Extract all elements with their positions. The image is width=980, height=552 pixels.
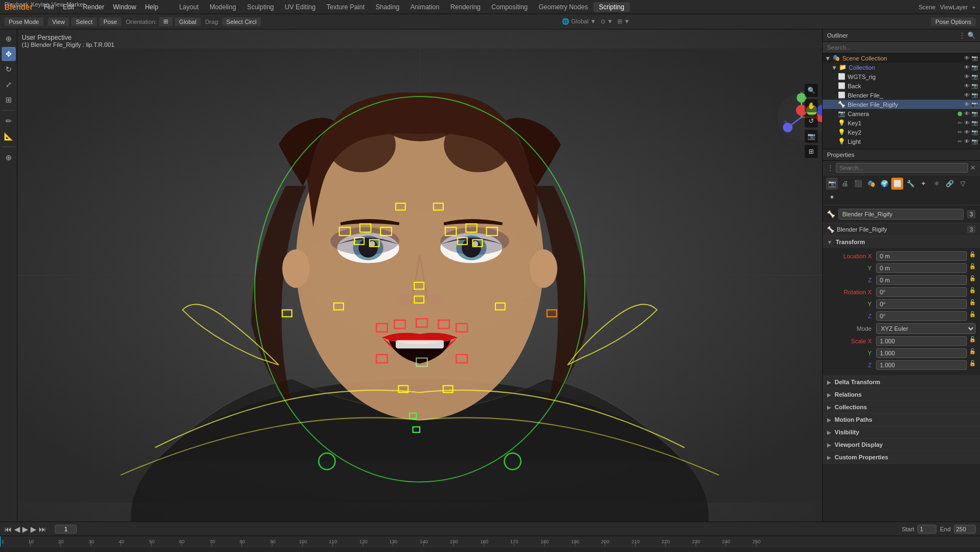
jump-to-start-btn[interactable]: ⏮ [4, 525, 12, 533]
physics-props-icon[interactable]: ⚛ [930, 178, 942, 190]
mode-selector[interactable]: Pose Mode [4, 17, 44, 26]
key1-eye[interactable]: 👁 [964, 120, 970, 126]
outliner-item-wgts[interactable]: ⬜ WGTS_rig 👁 📷 [823, 72, 980, 81]
viewport-display-header[interactable]: ▶ Viewport Display [823, 439, 980, 451]
outliner-search-input[interactable] [823, 42, 980, 53]
output-props-icon[interactable]: 🖨 [839, 178, 851, 190]
location-x-input[interactable]: 0 m [876, 251, 967, 261]
end-frame-input[interactable]: 250 [954, 525, 976, 533]
jump-to-end-btn[interactable]: ⏭ [39, 525, 46, 533]
cursor-tool[interactable]: ⊕ [2, 32, 16, 46]
material-props-icon[interactable]: ● [826, 191, 838, 203]
object-props-icon[interactable]: ⬜ [891, 178, 903, 190]
motion-paths-header[interactable]: ▶ Motion Paths [823, 414, 980, 426]
rigify-render[interactable]: 📷 [971, 101, 978, 107]
pose-menu[interactable]: Pose [99, 17, 121, 26]
orbit-icon[interactable]: ↺ [805, 114, 818, 128]
play-btn[interactable]: ▶ [22, 525, 28, 533]
visibility-header[interactable]: ▶ Visibility [823, 426, 980, 438]
outliner-collection[interactable]: ▼ 📁 Collection 👁 📷 [823, 63, 980, 72]
wgts-eye[interactable]: 👁 [964, 74, 970, 80]
collection-eye[interactable]: 👁 [964, 64, 970, 70]
scale-y-input[interactable]: 1.000 [876, 348, 967, 358]
location-x-lock[interactable]: 🔓 [969, 251, 976, 261]
render-props-icon[interactable]: 📷 [826, 178, 838, 190]
camera-icon-btn[interactable]: 📷 [805, 130, 818, 143]
light-render[interactable]: 📷 [971, 138, 978, 144]
delta-transform-header[interactable]: ▶ Delta Transform [823, 376, 980, 388]
key2-render[interactable]: 📷 [971, 129, 978, 135]
outliner-filter-icon[interactable]: ⋮ [959, 32, 965, 39]
constraints-props-icon[interactable]: 🔗 [944, 178, 955, 190]
blender-file-render[interactable]: 📷 [971, 92, 978, 98]
modifier-props-icon[interactable]: 🔧 [904, 178, 916, 190]
custom-properties-header[interactable]: ▶ Custom Properties [823, 451, 980, 463]
current-frame-input[interactable]: 1 [55, 525, 77, 533]
world-props-icon[interactable]: 🌍 [878, 178, 890, 190]
props-filter-icon[interactable]: ⋮ [827, 164, 834, 172]
jump-forward-btn[interactable]: ▶ [30, 525, 36, 533]
outliner-item-camera[interactable]: 📷 Camera 👁 📷 [823, 109, 980, 118]
scene-props-icon[interactable]: 🎭 [865, 178, 877, 190]
zoom-icon[interactable]: 🔍 [805, 84, 818, 97]
location-z-input[interactable]: 0 m [876, 275, 967, 285]
outliner-item-key2[interactable]: 💡 Key2 ✏ 👁 📷 [823, 128, 980, 137]
tab-layout[interactable]: Layout [174, 2, 204, 12]
keyframe-area[interactable] [0, 547, 980, 552]
tab-texture-paint[interactable]: Texture Paint [321, 2, 370, 12]
pan-icon[interactable]: ✋ [805, 99, 818, 112]
jump-back-btn[interactable]: ◀ [14, 525, 20, 533]
location-y-lock[interactable]: 🔓 [969, 263, 976, 273]
outliner-item-back[interactable]: ⬜ Back 👁 📷 [823, 81, 980, 90]
start-frame-input[interactable]: 1 [917, 525, 936, 533]
tl-keying-menu[interactable]: Keying [31, 1, 50, 8]
camera-eye[interactable]: 👁 [964, 111, 970, 117]
view-layer-props-icon[interactable]: ⬛ [852, 178, 864, 190]
data-props-icon[interactable]: ▽ [957, 178, 969, 190]
light-eye[interactable]: 👁 [964, 138, 970, 144]
outliner-item-light[interactable]: 💡 Light ✏ 👁 📷 [823, 137, 980, 146]
key2-eye[interactable]: 👁 [964, 129, 970, 135]
annotate-tool[interactable]: ✏ [2, 114, 16, 128]
pose-options-btn[interactable]: Pose Options [931, 17, 976, 26]
tab-compositing[interactable]: Compositing [486, 2, 534, 12]
tab-modeling[interactable]: Modeling [204, 2, 242, 12]
rotation-x-input[interactable]: 0° [876, 287, 967, 297]
global-btn[interactable]: Global [175, 17, 201, 26]
orientation-selector[interactable]: ⊞ [159, 17, 173, 26]
scale-x-lock[interactable]: 🔓 [969, 336, 976, 346]
rotation-mode-select[interactable]: XYZ Euler XZY Euler YXZ Euler Quaternion [876, 323, 976, 334]
tab-shading[interactable]: Shading [370, 2, 405, 12]
collection-render[interactable]: 📷 [971, 64, 978, 70]
move-tool[interactable]: ✥ [2, 47, 16, 61]
scale-y-lock[interactable]: 🔓 [969, 348, 976, 358]
measure-tool[interactable]: 📐 [2, 129, 16, 143]
rigify-eye[interactable]: 👁 [964, 101, 970, 107]
tab-uv-editing[interactable]: UV Editing [279, 2, 321, 12]
tab-geometry-nodes[interactable]: Geometry Nodes [533, 2, 593, 12]
props-search-input[interactable] [836, 163, 968, 173]
location-y-input[interactable]: 0 m [876, 263, 967, 273]
camera-render[interactable]: 📷 [971, 111, 978, 117]
outliner-search-icon[interactable]: 🔍 [967, 32, 976, 39]
scale-z-lock[interactable]: 🔓 [969, 360, 976, 370]
rotation-y-lock[interactable]: 🔓 [969, 299, 976, 309]
scene-collection-render[interactable]: 📷 [971, 55, 978, 61]
rotate-tool[interactable]: ↻ [2, 62, 16, 76]
particles-props-icon[interactable]: ✦ [917, 178, 929, 190]
wgts-render[interactable]: 📷 [971, 74, 978, 80]
key1-render[interactable]: 📷 [971, 120, 978, 126]
tl-view-menu[interactable]: View [51, 1, 64, 8]
collections-header[interactable]: ▶ Collections [823, 401, 980, 413]
rotation-x-lock[interactable]: 🔓 [969, 287, 976, 297]
scale-tool[interactable]: ⤢ [2, 77, 16, 92]
back-eye[interactable]: 👁 [964, 83, 970, 89]
add-bone-tool[interactable]: ⊕ [2, 150, 16, 165]
scale-z-input[interactable]: 1.000 [876, 360, 967, 370]
timeline-body[interactable]: 1 10 20 30 40 50 60 70 80 90 1 [0, 536, 980, 552]
relations-header[interactable]: ▶ Relations [823, 389, 980, 401]
select-menu[interactable]: Select [71, 17, 97, 26]
back-render[interactable]: 📷 [971, 83, 978, 89]
transform-section-header[interactable]: ▼ Transform [823, 236, 980, 248]
drag-selector[interactable]: Select Circl [222, 17, 261, 26]
